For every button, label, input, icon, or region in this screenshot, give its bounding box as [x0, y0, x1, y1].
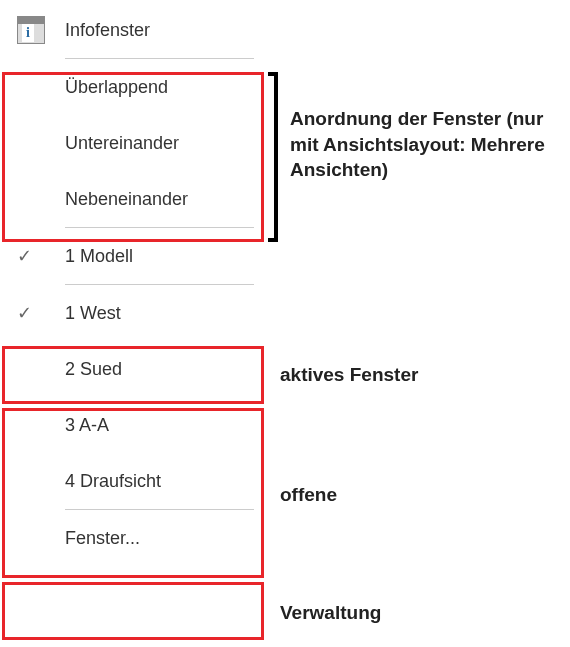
annotation-open: offene — [280, 482, 337, 508]
menu-item-window-aa[interactable]: 3 A-A — [2, 397, 264, 453]
menu-item-window-draufsicht[interactable]: 4 Draufsicht — [2, 453, 264, 509]
menu-label: Überlappend — [65, 77, 264, 98]
info-icon — [17, 16, 65, 44]
checkmark-icon: ✓ — [17, 302, 65, 324]
menu-label: 1 West — [65, 303, 264, 324]
menu-item-manage-windows[interactable]: Fenster... — [2, 510, 264, 566]
menu-label: Fenster... — [65, 528, 264, 549]
menu-label: 3 A-A — [65, 415, 264, 436]
menu-label: 2 Sued — [65, 359, 264, 380]
menu-label: Nebeneinander — [65, 189, 264, 210]
menu-item-window-sued[interactable]: 2 Sued — [2, 341, 264, 397]
annotation-manage: Verwaltung — [280, 600, 381, 626]
menu-item-infofenster[interactable]: Infofenster — [2, 2, 264, 58]
menu-item-cascade[interactable]: Überlappend — [2, 59, 264, 115]
menu-label: Infofenster — [65, 20, 264, 41]
menu-item-window-west[interactable]: ✓ 1 West — [2, 285, 264, 341]
menu-label: 1 Modell — [65, 246, 264, 267]
menu-label: Untereinander — [65, 133, 264, 154]
menu-item-model[interactable]: ✓ 1 Modell — [2, 228, 264, 284]
checkmark-icon: ✓ — [17, 245, 65, 267]
menu-item-tile-horizontal[interactable]: Untereinander — [2, 115, 264, 171]
highlight-manage — [2, 582, 264, 640]
window-menu: Infofenster Überlappend Untereinander Ne… — [2, 2, 264, 566]
menu-label: 4 Draufsicht — [65, 471, 264, 492]
annotation-arrangement: Anordnung der Fenster (nur mit Ansichtsl… — [290, 106, 560, 183]
bracket-arrangement — [268, 72, 278, 242]
menu-item-tile-vertical[interactable]: Nebeneinander — [2, 171, 264, 227]
annotation-active: aktives Fenster — [280, 362, 418, 388]
